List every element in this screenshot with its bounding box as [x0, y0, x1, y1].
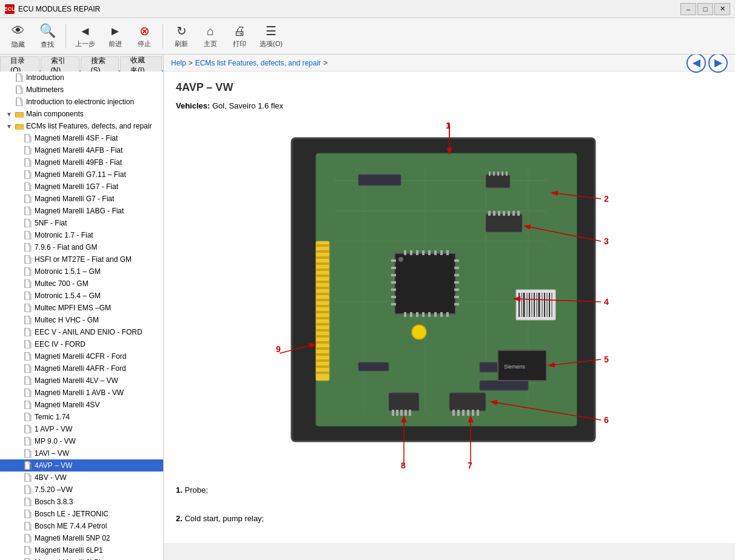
svg-rect-82	[316, 365, 329, 368]
breadcrumb-ecms[interactable]: ECMs list Features, defects, and repair	[195, 59, 321, 67]
sidebar-item-intro-electronic[interactable]: Introduction to electronic injection	[0, 96, 163, 108]
sidebar-item-motronic154[interactable]: Motronic 1.5.4 – GM	[0, 290, 163, 302]
find-icon: 🔍	[39, 23, 56, 39]
svg-rect-72	[316, 305, 329, 307]
sidebar-item-label: Magneti Marelli 5NP 02	[35, 534, 110, 542]
print-button[interactable]: 🖨 打印	[226, 21, 253, 52]
sidebar-item-motronic151[interactable]: Motronic 1.5.1 – GM	[0, 265, 163, 278]
sidebar-item-magneti-1abg[interactable]: Magneti Marelli 1ABG - Fiat	[0, 205, 163, 217]
refresh-button[interactable]: ↻ 刷新	[168, 21, 195, 52]
doc-icon	[23, 533, 33, 543]
svg-point-115	[398, 257, 403, 262]
maximize-button[interactable]: □	[697, 3, 713, 15]
separator-2	[163, 24, 163, 48]
doc-icon	[23, 473, 33, 482]
svg-rect-76	[316, 329, 329, 332]
sidebar-item-label: Magneti Marelli 1ABG - Fiat	[35, 207, 124, 215]
sidebar-tree: IntroductionMultimetersIntroduction to e…	[0, 72, 164, 560]
sidebar-item-multec-mpfi[interactable]: Multec MPFI EMS –GM	[0, 302, 163, 314]
sidebar-item-ecms-list[interactable]: ▼ECMs list Features, defects, and repair	[0, 120, 163, 132]
sidebar-item-magneti-49fb[interactable]: Magneti Marelli 49FB - Fiat	[0, 156, 163, 168]
sidebar-item-magneti-1g7[interactable]: Magneti Marelli 1G7 - Fiat	[0, 181, 163, 193]
svg-rect-105	[391, 288, 396, 291]
sidebar-item-eec-iv[interactable]: EEC IV - FORD	[0, 338, 163, 350]
sidebar-item-bosch-me744[interactable]: Bosch ME 7.4.4 Petrol	[0, 520, 163, 532]
doc-icon	[23, 509, 33, 519]
svg-rect-98	[434, 312, 437, 317]
sidebar-item-magneti-4sv[interactable]: Magneti Marelli 4SV	[0, 399, 163, 411]
sidebar-item-magneti-6lpb[interactable]: Magneti Marelli 6LPb	[0, 556, 163, 560]
sidebar-item-magneti-4afr[interactable]: Magneti Marelli 4AFR - Ford	[0, 362, 163, 375]
sidebar-item-label: Magneti Marelli 1 AVB - VW	[35, 388, 124, 397]
svg-rect-156	[409, 410, 411, 416]
sidebar-item-motronic17[interactable]: Motronic 1.7 - Fiat	[0, 229, 163, 241]
svg-rect-95	[416, 312, 418, 317]
nav-back-button[interactable]: ◀	[686, 55, 706, 73]
sidebar-item-magneti-4cfr[interactable]: Magneti Marelli 4CFR - Ford	[0, 350, 163, 362]
close-button[interactable]: ✕	[714, 3, 730, 15]
svg-rect-127	[493, 172, 495, 176]
nav-forward-button[interactable]: ▶	[708, 55, 728, 73]
svg-text:5: 5	[604, 355, 609, 364]
svg-rect-146	[358, 175, 401, 185]
find-button[interactable]: 🔍 查找	[34, 20, 61, 52]
content-scroll[interactable]: 4AVP – VW Vehicles: Gol, Saveiro 1.6 fle…	[164, 72, 735, 543]
hide-button[interactable]: 👁 隐藏	[5, 20, 32, 52]
sidebar-item-magneti-6lp1[interactable]: Magneti Marelli 6LP1	[0, 544, 163, 556]
home-label: 主页	[204, 39, 217, 48]
sidebar-item-bosch-le-jetronic[interactable]: Bosch LE - JETRONIC	[0, 508, 163, 520]
sidebar-item-4bv-vw[interactable]: 4BV - VW	[0, 472, 163, 484]
sidebar-item-main-components[interactable]: ▼Main components	[0, 108, 163, 120]
svg-rect-113	[454, 296, 459, 298]
doc-icon	[23, 182, 33, 192]
sidebar-item-introduction[interactable]: Introduction	[0, 72, 163, 84]
svg-point-116	[412, 325, 426, 339]
sidebar-item-7520-vw[interactable]: 7.5.20 –VW	[0, 484, 163, 496]
sidebar-item-motronic796[interactable]: 7.9.6 - Fiat and GM	[0, 241, 163, 253]
sidebar-item-5nf-fiat[interactable]: 5NF - Fiat	[0, 217, 163, 229]
forward-button[interactable]: ► 前进	[102, 21, 129, 52]
tab-favorites[interactable]: 收藏夹(I)	[120, 56, 162, 73]
svg-text:3: 3	[604, 236, 609, 246]
sidebar-item-4avp-vw[interactable]: 4AVP – VW	[0, 459, 163, 472]
sidebar-item-1avp-vw[interactable]: 1 AVP - VW	[0, 423, 163, 435]
options-label: 选项(O)	[260, 39, 283, 48]
doc-icon	[23, 485, 33, 495]
sidebar-item-temic174[interactable]: Temic 1.74	[0, 411, 163, 423]
sidebar-item-magneti-1avb[interactable]: Magneti Marelli 1 AVB - VW	[0, 387, 163, 399]
sidebar-item-magneti-4sf[interactable]: Magneti Marelli 4SF - Fiat	[0, 132, 163, 144]
sidebar-item-magneti-5np02[interactable]: Magneti Marelli 5NP 02	[0, 532, 163, 544]
svg-rect-124	[517, 211, 520, 216]
sidebar-item-label: Multec H VHC - GM	[35, 316, 99, 324]
svg-rect-158	[457, 410, 460, 416]
sidebar-item-eec-v[interactable]: EEC V - ANIL AND ENIO - FORD	[0, 326, 163, 338]
doc-icon	[15, 97, 24, 107]
tab-search[interactable]: 搜索(S)	[81, 56, 119, 73]
options-button[interactable]: ☰ 选项(O)	[255, 21, 287, 52]
sidebar-item-multimeters[interactable]: Multimeters	[0, 84, 163, 96]
sidebar-item-mp90-vw[interactable]: MP 9.0 - VW	[0, 435, 163, 447]
sidebar-item-multec700[interactable]: Multec 700 - GM	[0, 278, 163, 290]
svg-rect-119	[493, 211, 495, 216]
sidebar-item-magneti-g711[interactable]: Magneti Marelli G7.11 – Fiat	[0, 168, 163, 181]
sidebar-item-magneti-g7[interactable]: Magneti Marelli G7 - Fiat	[0, 193, 163, 205]
svg-rect-92	[446, 250, 449, 255]
sidebar-item-magneti-4lv[interactable]: Magneti Marelli 4LV – VW	[0, 375, 163, 387]
app-icon: ECU	[5, 4, 15, 14]
home-button[interactable]: ⌂ 主页	[197, 21, 224, 52]
breadcrumb-help[interactable]: Help	[171, 59, 186, 67]
sidebar-item-hsfi-mt27e[interactable]: HSFI or MT27E - Fiat and GM	[0, 253, 163, 265]
sidebar-item-label: 4AVP – VW	[35, 461, 72, 470]
back-button[interactable]: ◄ 上一步	[71, 21, 99, 52]
svg-rect-102	[391, 267, 396, 269]
sidebar-item-multec-hvhc[interactable]: Multec H VHC - GM	[0, 314, 163, 326]
svg-rect-149	[480, 381, 528, 390]
doc-icon	[23, 497, 33, 507]
sidebar-item-bosch383[interactable]: Bosch 3.8.3	[0, 496, 163, 508]
tab-contents[interactable]: 目录(O)	[0, 56, 39, 73]
stop-button[interactable]: ⊗ 停止	[131, 21, 158, 52]
minimize-button[interactable]: –	[680, 3, 696, 15]
tab-index[interactable]: 索引(N)	[41, 56, 79, 73]
sidebar-item-magneti-4afb[interactable]: Magneti Marelli 4AFB - Fiat	[0, 144, 163, 156]
sidebar-item-1avi-vw[interactable]: 1AVl – VW	[0, 447, 163, 459]
